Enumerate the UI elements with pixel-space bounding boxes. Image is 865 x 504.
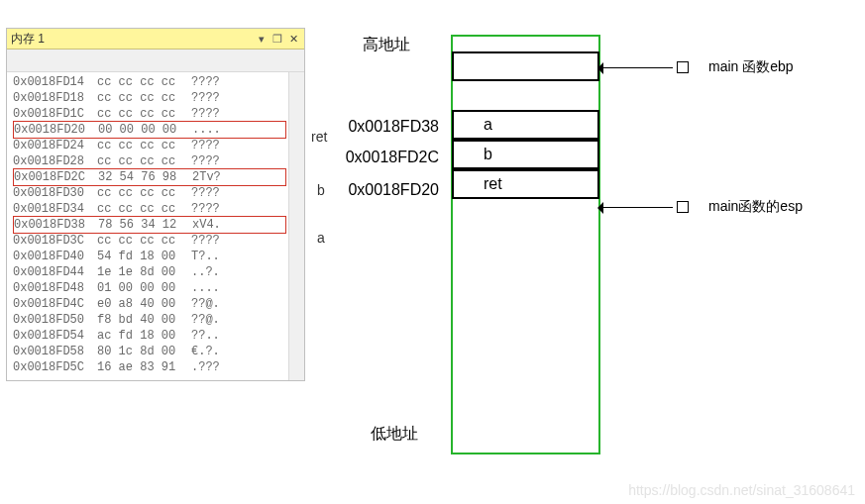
stack-cell-ret: ret [452, 169, 599, 199]
memory-addr: 0x0018FD3C [13, 233, 97, 249]
memory-title: 内存 1 [11, 29, 253, 49]
memory-addr: 0x0018FD14 [13, 74, 97, 90]
stack-addr-a: 0x0018FD38 [340, 118, 439, 136]
memory-row[interactable]: 0x0018FD50f8 bd 40 00??@. [13, 312, 286, 328]
memory-row[interactable]: 0x0018FD2000 00 00 00.... [13, 121, 286, 139]
memory-addr: 0x0018FD38 [14, 217, 98, 233]
memory-row[interactable]: 0x0018FD3Ccc cc cc cc???? [13, 233, 286, 249]
memory-ascii: xV4. [192, 217, 232, 233]
memory-bytes: cc cc cc cc [97, 138, 191, 153]
memory-ascii: ???? [191, 74, 231, 90]
stack-diagram: a b ret [451, 35, 600, 454]
label-b: b [317, 182, 325, 198]
stack-cell-b: b [452, 140, 599, 169]
memory-addr: 0x0018FD58 [13, 344, 97, 359]
memory-ascii: ???? [191, 106, 231, 122]
label-esp: main函数的esp [708, 198, 803, 216]
scrollbar[interactable] [288, 72, 304, 380]
memory-rows: 0x0018FD14cc cc cc cc????0x0018FD18cc cc… [7, 72, 288, 380]
memory-row[interactable]: 0x0018FD24cc cc cc cc???? [13, 138, 286, 153]
memory-ascii: .??? [191, 359, 231, 375]
stack-addr-ret: 0x0018FD20 [340, 181, 439, 199]
label-low-address: 低地址 [371, 424, 418, 445]
memory-ascii: .... [191, 280, 231, 296]
memory-bytes: 1e 1e 8d 00 [97, 264, 191, 280]
stack-cell-a-label: a [484, 116, 492, 134]
label-high-address: 高地址 [363, 35, 410, 55]
label-a: a [317, 230, 325, 246]
memory-ascii: .... [192, 122, 232, 138]
memory-addr: 0x0018FD5C [13, 359, 97, 375]
memory-addr: 0x0018FD20 [14, 122, 98, 138]
memory-ascii: ???? [191, 185, 231, 201]
memory-addr: 0x0018FD30 [13, 185, 97, 201]
memory-ascii: ???? [191, 90, 231, 106]
close-icon[interactable]: ✕ [286, 32, 300, 46]
memory-ascii: T?.. [191, 249, 231, 264]
memory-bytes: ac fd 18 00 [97, 328, 191, 344]
memory-bytes: 01 00 00 00 [97, 280, 191, 296]
memory-row[interactable]: 0x0018FD30cc cc cc cc???? [13, 185, 286, 201]
memory-addr: 0x0018FD44 [13, 264, 97, 280]
memory-ascii: ???? [191, 153, 231, 169]
memory-row[interactable]: 0x0018FD28cc cc cc cc???? [13, 153, 286, 169]
memory-ascii: ???? [191, 233, 231, 249]
memory-bytes: e0 a8 40 00 [97, 296, 191, 312]
pin-icon[interactable]: ❒ [270, 32, 284, 46]
memory-row[interactable]: 0x0018FD4Ce0 a8 40 00??@. [13, 296, 286, 312]
memory-addr: 0x0018FD1C [13, 106, 97, 122]
memory-bytes: cc cc cc cc [97, 74, 191, 90]
memory-row[interactable]: 0x0018FD2C32 54 76 982Tv? [13, 168, 286, 186]
memory-addr: 0x0018FD50 [13, 312, 97, 328]
memory-row[interactable]: 0x0018FD3878 56 34 12xV4. [13, 216, 286, 234]
memory-bytes: cc cc cc cc [97, 185, 191, 201]
stack-cell-ebp [452, 51, 599, 81]
memory-row[interactable]: 0x0018FD5C16 ae 83 91.??? [13, 359, 286, 375]
memory-bytes: cc cc cc cc [97, 90, 191, 106]
memory-row[interactable]: 0x0018FD4801 00 00 00.... [13, 280, 286, 296]
stack-cell-b-label: b [484, 146, 492, 163]
memory-titlebar: 内存 1 ▾ ❒ ✕ [7, 29, 304, 50]
stack-cell-a: a [452, 110, 599, 140]
memory-bytes: cc cc cc cc [97, 233, 191, 249]
memory-ascii: ??@. [191, 296, 231, 312]
memory-row[interactable]: 0x0018FD34cc cc cc cc???? [13, 201, 286, 217]
memory-body: 0x0018FD14cc cc cc cc????0x0018FD18cc cc… [7, 72, 304, 380]
label-ebp: main 函数ebp [708, 58, 794, 76]
memory-bytes: 54 fd 18 00 [97, 249, 191, 264]
memory-row[interactable]: 0x0018FD441e 1e 8d 00..?. [13, 264, 286, 280]
memory-row[interactable]: 0x0018FD4054 fd 18 00T?.. [13, 249, 286, 264]
memory-addr: 0x0018FD2C [14, 169, 98, 185]
memory-addr: 0x0018FD4C [13, 296, 97, 312]
memory-bytes: f8 bd 40 00 [97, 312, 191, 328]
memory-addr: 0x0018FD28 [13, 153, 97, 169]
memory-addr: 0x0018FD40 [13, 249, 97, 264]
memory-bytes: cc cc cc cc [97, 153, 191, 169]
memory-bytes: 00 00 00 00 [98, 122, 192, 138]
memory-addr: 0x0018FD18 [13, 90, 97, 106]
arrow-box-icon [677, 61, 689, 73]
memory-ascii: 2Tv? [192, 169, 232, 185]
memory-bytes: 16 ae 83 91 [97, 359, 191, 375]
memory-bytes: 78 56 34 12 [98, 217, 192, 233]
memory-bytes: cc cc cc cc [97, 201, 191, 217]
memory-row[interactable]: 0x0018FD5880 1c 8d 00€.?. [13, 344, 286, 359]
memory-ascii: ???? [191, 138, 231, 153]
label-ret: ret [311, 129, 327, 145]
memory-row[interactable]: 0x0018FD1Ccc cc cc cc???? [13, 106, 286, 122]
stack-addr-b: 0x0018FD2C [340, 149, 439, 166]
memory-addr: 0x0018FD24 [13, 138, 97, 153]
memory-addr: 0x0018FD54 [13, 328, 97, 344]
memory-addr: 0x0018FD34 [13, 201, 97, 217]
memory-bytes: 80 1c 8d 00 [97, 344, 191, 359]
watermark: https://blog.csdn.net/sinat_31608641 [628, 482, 855, 498]
memory-address-input[interactable] [7, 50, 304, 72]
memory-row[interactable]: 0x0018FD18cc cc cc cc???? [13, 90, 286, 106]
arrow-box-icon [677, 201, 689, 213]
dropdown-icon[interactable]: ▾ [255, 32, 269, 46]
memory-row[interactable]: 0x0018FD14cc cc cc cc???? [13, 74, 286, 90]
arrow-ebp: main 函数ebp [603, 58, 794, 76]
memory-bytes: 32 54 76 98 [98, 169, 192, 185]
memory-bytes: cc cc cc cc [97, 106, 191, 122]
memory-row[interactable]: 0x0018FD54ac fd 18 00??.. [13, 328, 286, 344]
